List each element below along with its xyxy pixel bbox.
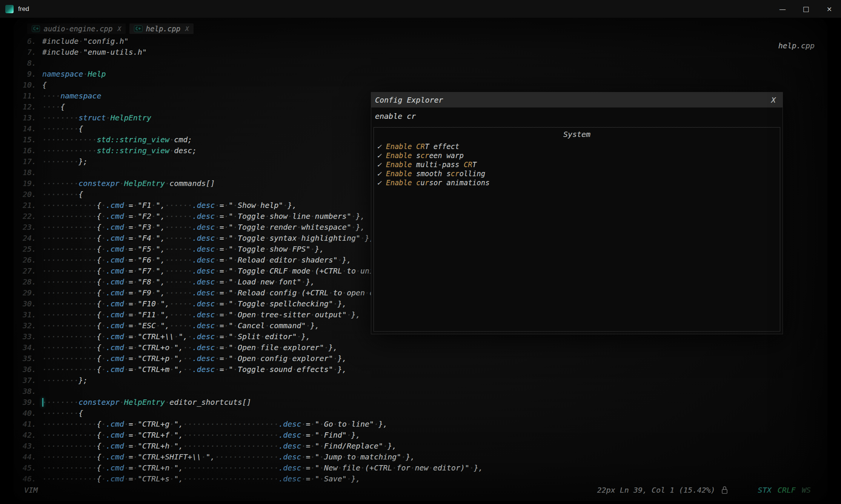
whitespace-dots: · <box>333 354 338 363</box>
whitespace-dots: · <box>215 277 220 286</box>
code-line[interactable]: 36.············{·.cmd·=·"CTRL+m·",··.des… <box>19 364 827 375</box>
tab-close-button[interactable]: X <box>185 25 189 32</box>
code-token: .cmd <box>106 365 124 374</box>
code-token: = <box>129 365 133 374</box>
code-token: Open <box>238 343 256 352</box>
code-token: " <box>174 441 178 450</box>
line-number: 22. <box>19 211 36 222</box>
code-line[interactable]: 45.············{·.cmd·=·"CTRL+n·",······… <box>19 463 827 473</box>
code-line[interactable]: 10.{ <box>19 80 827 91</box>
code-line[interactable]: 40.········{ <box>19 408 827 419</box>
whitespace-dots: · <box>124 332 129 341</box>
whitespace-dots: · <box>215 212 220 221</box>
whitespace-dots: ············ <box>42 332 97 341</box>
code-line[interactable]: 6.#include·"config.h" <box>19 36 827 47</box>
code-token: " <box>315 463 320 472</box>
whitespace-dots: · <box>311 441 315 450</box>
code-token: " <box>315 474 320 483</box>
crt-screen: C+audio-engine.cppXC+help.cppX help.cpp … <box>14 18 827 501</box>
close-button[interactable]: × <box>818 0 841 18</box>
tab-audio-engine-cpp[interactable]: C+audio-engine.cppX <box>27 23 126 34</box>
tab-close-button[interactable]: X <box>117 25 121 32</box>
code-token: " <box>229 266 233 275</box>
maximize-button[interactable]: □ <box>794 0 818 18</box>
line-number: 30. <box>19 298 36 309</box>
code-token: for <box>397 463 410 472</box>
label-segment <box>412 178 416 187</box>
code-token: " <box>229 212 233 221</box>
code-token: " <box>178 332 183 341</box>
minimize-button[interactable]: — <box>771 0 794 18</box>
code-token: .desc <box>278 452 301 461</box>
whitespace-dots: · <box>124 288 129 297</box>
whitespace-dots: · <box>101 277 106 286</box>
whitespace-dots: · <box>233 288 238 297</box>
code-token: .desc <box>192 332 215 341</box>
code-token: .desc <box>192 365 215 374</box>
code-token: .cmd <box>106 332 124 341</box>
whitespace-dots: · <box>169 474 174 483</box>
whitespace-dots: · <box>169 146 174 155</box>
whitespace-dots: ············ <box>42 201 97 210</box>
whitespace-dots: ············ <box>42 430 97 439</box>
whitespace-dots: · <box>151 212 156 221</box>
code-token: " <box>315 430 320 439</box>
whitespace-dots: · <box>265 299 269 308</box>
config-option[interactable]: ✓Enable multi-pass CRT <box>374 160 780 169</box>
code-token: .cmd <box>106 277 124 286</box>
config-search-input[interactable]: enable cr <box>371 108 783 125</box>
whitespace-dots: · <box>224 277 229 286</box>
code-line[interactable]: 41.············{·.cmd·=·"CTRL+g·",······… <box>19 419 827 430</box>
config-option[interactable]: ✓Enable screen warp <box>374 151 780 160</box>
whitespace-dots: · <box>106 113 111 122</box>
tab-help-cpp[interactable]: C+help.cppX <box>129 23 194 34</box>
code-line[interactable]: 43.············{·.cmd·=·"CTRL+h·",······… <box>19 441 827 452</box>
config-option-label: Enable screen warp <box>386 151 464 160</box>
code-line[interactable]: 8. <box>19 58 827 69</box>
whitespace-dots: · <box>469 463 474 472</box>
whitespace-dots: · <box>188 332 192 341</box>
code-line[interactable]: 44.············{·.cmd·=·"CTRL+SHIFT+\\·"… <box>19 452 827 463</box>
config-option[interactable]: ✓Enable smooth scrolling <box>374 169 780 178</box>
code-token: " <box>160 321 165 330</box>
code-token: { <box>97 277 101 286</box>
whitespace-dots: · <box>288 354 292 363</box>
code-line[interactable]: 38. <box>19 386 827 397</box>
whitespace-dots: · <box>101 201 106 210</box>
whitespace-dots: · <box>124 441 129 450</box>
code-token: = <box>129 441 133 450</box>
popup-close-button[interactable]: X <box>771 95 776 104</box>
code-line[interactable]: 34.············{·.cmd·=·"CTRL+o·",··.des… <box>19 342 827 353</box>
code-line[interactable]: 9.namespace·Help <box>19 69 827 80</box>
label-segment: sor animations <box>429 178 489 187</box>
code-token: namespace <box>60 91 101 100</box>
code-token: " <box>174 419 178 429</box>
code-token: }, <box>387 441 397 450</box>
code-token: HelpEntry <box>124 398 165 407</box>
label-segment: T <box>472 160 477 169</box>
whitespace-dots: ············ <box>42 255 97 264</box>
code-line[interactable]: 37.········}; <box>19 375 827 386</box>
whitespace-dots: ············ <box>42 343 97 352</box>
code-line[interactable]: 7.#include·"enum-utils.h" <box>19 47 827 58</box>
line-number: 38. <box>19 386 36 397</box>
whitespace-dots: · <box>124 277 129 286</box>
code-line[interactable]: 35.············{·.cmd·=·"CTRL+p·",··.des… <box>19 353 827 364</box>
code-line[interactable]: 42.············{·.cmd·=·"CTRL+f·",······… <box>19 430 827 441</box>
code-line[interactable]: 39.········constexpr·HelpEntry·editor_sh… <box>19 397 827 408</box>
label-segment: Enable <box>386 178 412 187</box>
checkbox-checked-icon: ✓ <box>377 142 386 151</box>
config-option[interactable]: ✓Enable cursor animations <box>374 178 780 187</box>
config-option[interactable]: ✓Enable CRT effect <box>374 142 780 151</box>
code-line[interactable]: 46.············{·.cmd·=·"CTRL+s·",······… <box>19 473 827 484</box>
code-token: .desc <box>192 288 215 297</box>
whitespace-dots: · <box>101 332 106 341</box>
whitespace-dots: · <box>283 201 288 210</box>
code-token: }, <box>351 430 360 439</box>
code-token: .cmd <box>106 223 124 232</box>
code-token: { <box>97 474 101 483</box>
code-token: "F3 <box>138 223 151 232</box>
whitespace-dots: · <box>133 354 138 363</box>
whitespace-dots: ········ <box>42 113 78 122</box>
code-token: { <box>97 419 101 429</box>
